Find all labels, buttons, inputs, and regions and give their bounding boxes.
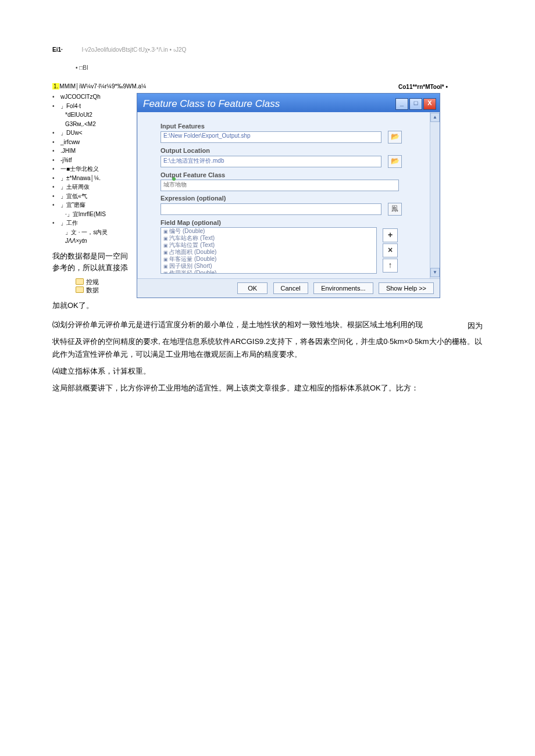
input-features-field[interactable]: E:\New Folder\Export_Output.shp bbox=[160, 131, 381, 143]
environments-button[interactable]: Environments... bbox=[313, 282, 373, 294]
output-location-field[interactable]: E:\土地适宜性评价.mdb bbox=[160, 156, 381, 167]
expression-builder-icon[interactable]: 鳯 bbox=[388, 203, 402, 216]
toc-item: 」工作 bbox=[52, 219, 131, 228]
paragraph-4: ⑷建立指标体系，计算权重。 bbox=[52, 365, 483, 378]
folder-icon bbox=[76, 278, 84, 285]
add-field-button[interactable]: + bbox=[383, 228, 398, 242]
paragraph-3: ⑶划分评价单元评价单元是进行适宜度分析的最小单位，是土地性状的相对一致性地块。根… bbox=[52, 320, 423, 329]
maximize-button[interactable]: □ bbox=[409, 98, 422, 110]
expression-field[interactable] bbox=[160, 203, 381, 215]
label-field-map: Field Map (optional) bbox=[160, 219, 425, 226]
paragraph-3b: 状特征及评价的空间精度的要求, 在地理信息系统软件ARCGIS9.2支持下，将各… bbox=[52, 335, 483, 362]
toc-item: 」±*Mnawa│¼. bbox=[52, 174, 131, 183]
toc-subitem: *dElUoUt2 bbox=[52, 111, 131, 120]
browse-input-icon[interactable]: 📂 bbox=[388, 131, 402, 144]
field-item[interactable]: 汽车站位置 (Text) bbox=[161, 242, 376, 249]
toc-subitem: JΛΛ×ytn bbox=[52, 237, 131, 246]
field-map-side-buttons: + × ↑ bbox=[383, 227, 398, 274]
scroll-down-icon[interactable]: ▼ bbox=[430, 268, 440, 277]
header-line: Ei1· I·v2oJeolifuidovBtsjtC·tUχ•.3·*/\.i… bbox=[52, 46, 483, 53]
toc-item: 一■士华北检义 bbox=[52, 165, 131, 174]
cancel-button[interactable]: Cancel bbox=[273, 282, 308, 294]
folder-label: 控规 bbox=[86, 278, 99, 285]
titlebar: Feature Class to Feature Class _ □ X bbox=[137, 94, 440, 112]
header-sub: □BI bbox=[76, 65, 483, 71]
header-rest: I·v2oJeolifuidovBtsjtC·tUχ•.3·*/\.in • ₉… bbox=[82, 46, 187, 53]
side-paragraph-2: 加就OK了。 bbox=[52, 301, 94, 310]
label-output-fc: Output Feature Class bbox=[160, 171, 425, 178]
toc-hl: 1. bbox=[52, 83, 59, 89]
scroll-up-icon[interactable]: ▲ bbox=[430, 113, 440, 122]
status-dot-icon bbox=[172, 177, 176, 181]
toc-subitem: G3Rм,.<M2 bbox=[52, 120, 131, 129]
minimize-button[interactable]: _ bbox=[395, 98, 408, 110]
folder-label: 数据 bbox=[86, 286, 99, 293]
toc-list: wJCOOClTzQh 」Fol4·t *dElUoUt2 G3Rм,.<M2 … bbox=[52, 93, 131, 246]
field-item[interactable]: 占地面积 (Double) bbox=[161, 249, 376, 256]
toc-item: 」DUw< bbox=[52, 129, 131, 138]
toc-item: -j⅜tf bbox=[52, 156, 131, 165]
toc-header-right: Co11**rn*MTool* • bbox=[146, 83, 483, 90]
dialog-title: Feature Class to Feature Class bbox=[143, 98, 280, 110]
body-text: 加就OK了。 bbox=[52, 299, 483, 313]
label-expression: Expression (optional) bbox=[160, 195, 425, 202]
field-item[interactable]: 因子级别 (Short) bbox=[161, 263, 376, 270]
toc-item: 」宜低«气 bbox=[52, 192, 131, 201]
remove-field-button[interactable]: × bbox=[383, 243, 398, 257]
toc-item: wJCOOClTzQh bbox=[52, 93, 131, 102]
ok-button[interactable]: OK bbox=[237, 282, 268, 294]
toc-item: 」土研周伖 bbox=[52, 183, 131, 192]
folder-icons: 控规 数据 bbox=[76, 278, 131, 295]
toc-item: 」宜˜磨窿 bbox=[52, 201, 131, 210]
body-text: 因为 ⑶划分评价单元评价单元是进行适宜度分析的最小单位，是土地性状的相对一致性地… bbox=[52, 318, 483, 332]
move-up-button[interactable]: ↑ bbox=[383, 259, 398, 273]
left-column: wJCOOClTzQh 」Fol4·t *dElUoUt2 G3Rм,.<M2 … bbox=[52, 93, 131, 296]
dialog-content: Input Features E:\New Folder\Export_Outp… bbox=[137, 112, 430, 278]
close-button[interactable]: X bbox=[423, 98, 436, 110]
label-input-features: Input Features bbox=[160, 123, 425, 130]
output-fc-field[interactable]: 城市地物 bbox=[160, 180, 399, 191]
toc-subitem: 」文 · 一，s内灵 bbox=[52, 228, 131, 237]
browse-output-icon[interactable]: 📂 bbox=[388, 155, 402, 168]
side-paragraph-1: 我的数据都是同一空间参考的，所以就直接添 bbox=[52, 250, 131, 275]
toc-item: _irfcww bbox=[52, 138, 131, 147]
toc-item: .JHIM bbox=[52, 147, 131, 156]
paragraph-5: 这局部就概要讲下，比方你评价工业用地的适宜性。网上该类文章很多。建立相应的指标体… bbox=[52, 382, 483, 395]
toc-header-left: 1.MMIM│iW¼v7·l¼r¼9*‰9WM.a¼ bbox=[52, 83, 146, 91]
dialog-button-bar: OK Cancel Environments... Show Help >> bbox=[137, 278, 440, 298]
toc-subitem: ·」宜ImrflE(MIS bbox=[52, 210, 131, 219]
field-item[interactable]: 编号 (Double) bbox=[161, 228, 376, 235]
field-map-list[interactable]: 编号 (Double) 汽车站名称 (Text) 汽车站位置 (Text) 占地… bbox=[160, 227, 377, 274]
show-help-button[interactable]: Show Help >> bbox=[379, 282, 434, 294]
field-item[interactable]: 年客运量 (Double) bbox=[161, 256, 376, 263]
dialog-scrollbar[interactable]: ▲ ▼ bbox=[430, 112, 440, 278]
dialog-window: Feature Class to Feature Class _ □ X Inp… bbox=[137, 93, 440, 298]
field-item[interactable]: 汽车站名称 (Text) bbox=[161, 235, 376, 242]
because-text: 因为 bbox=[468, 320, 483, 333]
header-prefix: Ei1· bbox=[52, 46, 63, 53]
label-output-location: Output Location bbox=[160, 147, 425, 154]
folder-icon bbox=[76, 286, 84, 293]
toc-item: 」Fol4·t bbox=[52, 102, 131, 111]
field-item[interactable]: 作用半径 (Double) bbox=[161, 270, 376, 274]
